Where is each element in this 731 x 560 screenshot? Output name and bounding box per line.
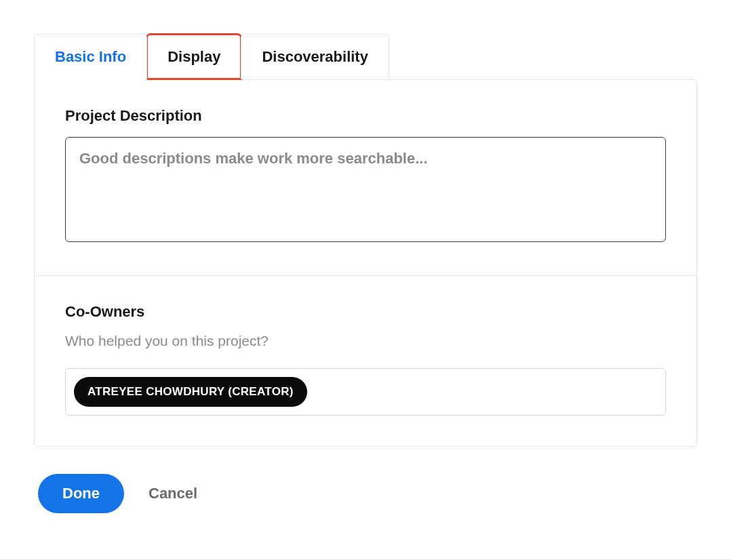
settings-panel: Project Description Co-Owners Who helped… [34,79,697,447]
co-owners-title: Co-Owners [65,303,666,321]
tab-discoverability[interactable]: Discoverability [241,34,389,79]
co-owners-section: Co-Owners Who helped you on this project… [35,275,696,446]
project-description-title: Project Description [65,107,666,125]
co-owners-subtitle: Who helped you on this project? [65,333,666,349]
done-button[interactable]: Done [38,474,124,513]
footer-actions: Done Cancel [34,447,697,513]
tab-display[interactable]: Display [146,34,241,79]
cancel-button[interactable]: Cancel [149,485,197,502]
owner-chip[interactable]: ATREYEE CHOWDHURY (CREATOR) [74,377,307,407]
project-description-section: Project Description [35,80,696,275]
tab-bar: Basic Info Display Discoverability [34,34,697,79]
co-owners-input[interactable]: ATREYEE CHOWDHURY (CREATOR) [65,368,666,416]
project-description-input[interactable] [65,137,666,242]
tab-basic-info[interactable]: Basic Info [34,34,147,80]
